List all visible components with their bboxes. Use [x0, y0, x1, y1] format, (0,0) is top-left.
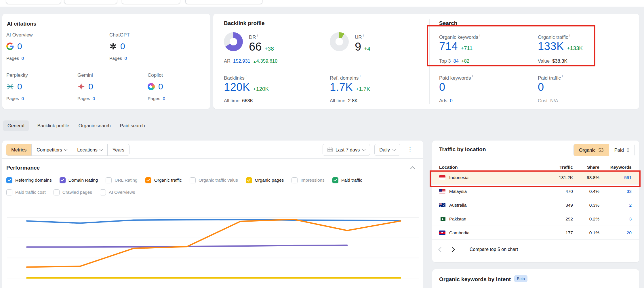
toggle-organic[interactable]: Organic53	[574, 144, 609, 156]
organic-paid-toggle: Organic53 Paid0	[573, 144, 635, 156]
ai-item-value[interactable]: 0	[120, 41, 125, 51]
ai-item-pages: Pages 0	[148, 96, 165, 101]
metric-checkbox-paid-traffic-cost[interactable]: Paid traffic cost	[6, 189, 46, 195]
tab-organic-search[interactable]: Organic search	[78, 120, 111, 131]
metric-checkbox-url-rating[interactable]: URL Rating	[106, 177, 138, 183]
ai-item-label: ChatGPT	[109, 32, 130, 38]
info-icon[interactable]: i	[472, 74, 473, 78]
metric-checkbox-referring-domains[interactable]: Referring domains	[6, 177, 52, 183]
top-toolbar-box[interactable]	[6, 0, 61, 4]
organic-keywords-label: Organic keywordsi	[439, 33, 480, 40]
paid-traffic-label: Paid traffici	[538, 74, 563, 81]
beta-badge: Beta	[514, 275, 527, 282]
info-icon[interactable]: i	[257, 33, 258, 37]
location-row-pakistan[interactable]: Pakistan2920.2%3	[432, 212, 639, 226]
perplexity-icon	[6, 83, 14, 90]
performance-chart[interactable]	[2, 201, 423, 288]
paid-traffic-value[interactable]: 0	[538, 81, 544, 93]
metric-checkbox-domain-rating[interactable]: Domain Rating	[60, 177, 98, 183]
metric-checkbox-crawled-pages[interactable]: Crawled pages	[54, 189, 92, 195]
ur-delta: +4	[364, 46, 370, 52]
url-rating-donut	[330, 32, 349, 51]
location-row-malaysia[interactable]: Malaysia4700.4%33	[432, 185, 639, 198]
backlinks-delta: +120K	[253, 86, 269, 92]
filter-segment-competitors[interactable]: Competitors	[32, 144, 72, 155]
location-name: Pakistan	[449, 216, 466, 222]
ai-item-value[interactable]: 0	[17, 82, 22, 91]
metric-checkbox-ai-overviews[interactable]: AI Overviews	[100, 189, 135, 195]
chevron-down-icon	[362, 147, 366, 151]
location-keywords-link[interactable]: 2	[599, 203, 632, 208]
organic-traffic-label: Organic traffici	[538, 33, 570, 40]
info-icon[interactable]: i	[569, 33, 570, 37]
location-keywords-link[interactable]: 33	[599, 189, 632, 194]
filter-segment-locations[interactable]: Locations	[72, 144, 108, 155]
paid-keywords-value[interactable]: 0	[439, 81, 445, 93]
google-icon	[6, 43, 14, 50]
ref-domains-alltime: All time 2.8K	[330, 98, 358, 103]
next-page-icon[interactable]	[449, 247, 455, 252]
metric-checkbox-paid-traffic[interactable]: Paid traffic	[332, 177, 362, 183]
date-range-button[interactable]: Last 7 days	[323, 144, 370, 156]
top-toolbar-box[interactable]	[122, 0, 180, 4]
organic-traffic-value[interactable]: 133K	[538, 40, 564, 53]
location-keywords-link[interactable]: 20	[599, 230, 632, 235]
ai-item-value[interactable]: 0	[158, 82, 163, 91]
backlinks-value[interactable]: 120K	[224, 81, 250, 93]
metric-checkbox-organic-traffic-value[interactable]: Organic traffic value	[190, 177, 238, 183]
info-icon[interactable]: i	[360, 74, 361, 78]
top-toolbar-box[interactable]	[185, 0, 262, 4]
filter-segment-metrics[interactable]: Metrics	[6, 144, 32, 155]
granularity-label: Daily	[379, 147, 390, 153]
location-row-indonesia[interactable]: Indonesia131.2K98.8%591	[432, 171, 639, 185]
ai-item-pages: Pages 0	[109, 56, 130, 61]
ai-citations-card: AI citationsi AI Overview0Pages 0ChatGPT…	[2, 14, 210, 109]
tab-backlink-profile[interactable]: Backlink profile	[37, 120, 70, 131]
location-traffic: 177	[538, 230, 573, 235]
location-share: 0.3%	[573, 203, 599, 208]
info-icon[interactable]: i	[37, 20, 38, 24]
info-icon[interactable]: i	[562, 74, 563, 78]
card-divider	[429, 19, 430, 104]
ai-item-value[interactable]: 0	[88, 82, 93, 91]
granularity-button[interactable]: Daily	[374, 144, 400, 156]
toggle-paid[interactable]: Paid0	[609, 144, 635, 156]
location-keywords-link[interactable]: 3	[599, 216, 632, 222]
info-icon[interactable]: i	[363, 33, 364, 37]
compare-top5-label[interactable]: Compare top 5 on chart	[470, 247, 518, 252]
prev-page-icon[interactable]	[438, 247, 443, 252]
tab-general[interactable]: General	[3, 120, 29, 131]
pakistan-flag-icon	[439, 217, 445, 221]
location-name: Malaysia	[449, 189, 467, 194]
table-header: Location Traffic Share Keywords	[432, 164, 639, 171]
ref-domains-value[interactable]: 1.7K	[330, 81, 353, 93]
ai-item-label: AI Overview	[6, 32, 33, 38]
top3-value[interactable]: 84	[454, 58, 459, 64]
location-share: 0.4%	[573, 189, 599, 194]
location-traffic: 470	[538, 189, 573, 194]
info-icon[interactable]: i	[479, 33, 480, 37]
location-row-cambodia[interactable]: Cambodia1770.1%20	[432, 226, 639, 240]
traffic-by-location-title: Traffic by location	[439, 146, 486, 153]
tab-paid-search[interactable]: Paid search	[119, 120, 146, 131]
collapse-chevron-icon[interactable]	[410, 166, 415, 171]
calendar-icon	[327, 147, 333, 152]
section-divider	[2, 158, 423, 159]
metric-checkbox-organic-traffic[interactable]: Organic traffic	[145, 177, 182, 183]
ref-domains-delta: +1.7K	[356, 86, 370, 92]
ar-row: AR 152,931 ▲4,359,610	[224, 58, 277, 64]
top-toolbar-box[interactable]	[64, 0, 117, 4]
organic-keywords-value[interactable]: 714	[439, 40, 458, 53]
report-tabs: GeneralBacklink profileOrganic searchPai…	[3, 120, 146, 132]
ai-item-value[interactable]: 0	[17, 41, 22, 51]
metric-checkbox-impressions[interactable]: Impressions	[291, 177, 325, 183]
page: AI citationsi AI Overview0Pages 0ChatGPT…	[0, 0, 644, 288]
more-options-button[interactable]: ⋮	[405, 145, 416, 154]
ar-value[interactable]: 152,931	[233, 58, 250, 64]
location-row-australia[interactable]: Australia3490.3%2	[432, 198, 639, 212]
info-icon[interactable]: i	[246, 74, 247, 78]
ai-citation-item: Copilot0Pages 0	[148, 72, 165, 101]
metric-checkbox-organic-pages[interactable]: Organic pages	[246, 177, 284, 183]
location-keywords-link[interactable]: 591	[599, 175, 632, 180]
filter-segment-years[interactable]: Years	[108, 144, 129, 155]
